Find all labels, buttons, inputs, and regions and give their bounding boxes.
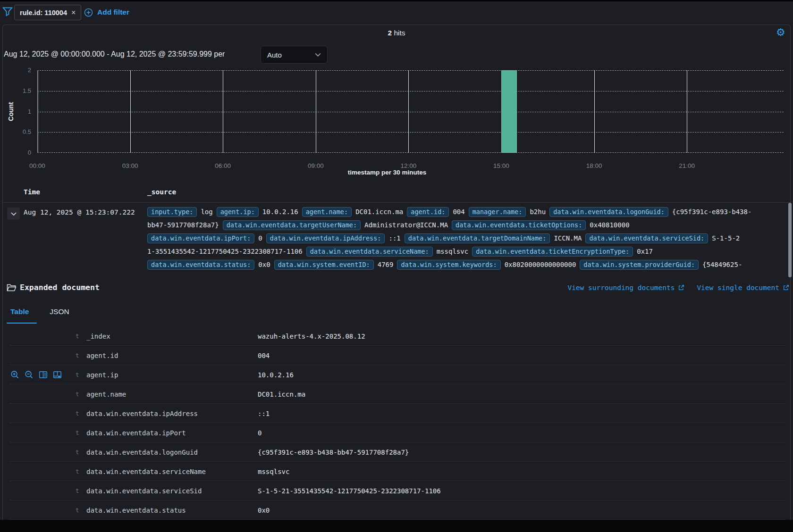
toggle-column-icon[interactable] [39,370,48,379]
source-line: data.win.eventdata.status:0x0data.win.sy… [147,258,751,271]
field-value: S-1-5-21-3551435542-1217750425-232230871… [258,481,441,500]
field-name-badge: data.win.eventdata.targetUserName: [223,220,361,230]
field-name: data.win.eventdata.status [86,500,186,520]
filter-out-value-icon[interactable] [25,370,34,379]
circle-plus-icon [84,8,93,17]
field-row: tdata.win.eventdata.serviceNamemssqlsvc [0,462,793,481]
time-range-label: Aug 12, 2025 @ 00:00:00.000 - Aug 12, 20… [4,50,225,58]
field-type-icon: t [76,442,79,462]
y-gridline [37,152,784,153]
field-value: 004 [258,346,270,365]
y-tick-label: 1 [0,108,31,115]
bottom-strip [0,520,793,532]
expanded-doc-tabs: Table JSON [10,308,69,316]
filter-for-field-present-icon[interactable] [53,370,62,379]
view-surrounding-documents-label: View surrounding documents [567,284,675,291]
field-value: 10.0.2.16 [258,365,294,384]
y-gridline [37,91,784,91]
field-value: 1-3551435542-1217750425-2322308717-1106 [147,248,303,255]
header-divider [3,202,790,203]
expand-row-button[interactable] [7,208,20,220]
field-value: ::1 [258,404,270,423]
field-name-badge: data.win.eventdata.ticketOptions: [452,220,586,230]
top-hairline [0,0,793,1]
view-single-document-link[interactable]: View single document [697,284,789,291]
field-value: mssqlsvc [258,462,289,481]
filter-pill[interactable]: rule.id: 110004 × [14,5,81,20]
field-row: tdata.win.eventdata.ipPort0 [0,423,793,442]
x-axis-title: timestamp per 30 minutes [0,169,774,176]
field-type-icon: t [76,500,79,520]
filter-funnel-icon[interactable] [2,7,13,17]
field-value: log [201,208,212,216]
field-value: S-1-5-2 [712,234,740,242]
field-name-badge: data.win.system.providerGuid: [580,260,699,270]
document-links: View surrounding documents View single d… [567,284,789,291]
source-lines: input.type:logagent.ip:10.0.2.16agent.na… [147,205,751,271]
field-value: ::1 [388,234,400,242]
field-table: t_indexwazuh-alerts-4.x-2025.08.12tagent… [0,326,793,520]
field-type-icon: t [76,326,79,346]
gear-icon[interactable]: ⚙ [776,26,785,38]
doc-timestamp: Aug 12, 2025 @ 15:23:07.222 [24,208,135,216]
y-tick-label: 1.5 [0,87,31,94]
y-tick-label: 0.5 [0,128,31,135]
source-line: bb47-5917708f28a7}data.win.eventdata.tar… [147,218,751,232]
y-gridline [37,112,784,112]
field-value: {54849625- [702,261,742,268]
external-link-icon [678,284,684,291]
field-name-badge: agent.id: [407,207,449,217]
field-row: tdata.win.eventdata.ipAddress::1 [0,404,793,423]
hits-number: 2 [388,29,392,37]
field-value: mssqlsvc [437,248,468,255]
field-name: data.win.eventdata.ipAddress [86,404,198,423]
field-value: 0x0 [258,500,270,520]
x-gridline [408,70,409,153]
x-tick-label: 15:00 [482,162,520,169]
field-row: tdata.win.eventdata.logonGuid{c95f391c-e… [0,442,793,462]
filter-pill-label: rule.id: 110004 [20,9,67,17]
view-surrounding-documents-link[interactable]: View surrounding documents [567,284,684,291]
x-gridline [316,70,316,153]
remove-filter-icon[interactable]: × [71,8,76,17]
active-tab-underline [7,323,37,324]
interval-select[interactable]: Auto [261,46,328,64]
field-value: 0 [258,423,262,442]
field-value: 0 [258,234,262,242]
field-row: tagent.nameDC01.iccn.ma [0,384,793,404]
field-value: 0x40810000 [590,221,629,229]
tab-table[interactable]: Table [10,308,29,316]
field-name-badge: data.win.eventdata.ipAddress: [266,233,385,243]
y-axis-line [37,70,38,153]
x-tick-label: 06:00 [204,162,242,169]
field-type-icon: t [76,423,79,442]
source-line: data.win.eventdata.ipPort:0data.win.even… [147,232,751,245]
x-gridline [130,70,131,153]
add-filter-button[interactable]: Add filter [84,6,129,18]
field-value: DC01.iccn.ma [355,208,403,216]
field-name-badge: data.win.eventdata.serviceSid: [585,233,708,243]
y-tick-label: 2 [0,66,31,74]
field-value: 0x0 [258,261,270,268]
field-name-badge: data.win.eventdata.ticketEncryptionType: [472,247,633,257]
hits-label: hits [392,29,405,37]
field-row: tdata.win.eventdata.serviceSidS-1-5-21-3… [0,481,793,500]
view-single-document-label: View single document [697,284,779,291]
tab-json[interactable]: JSON [50,308,69,316]
field-name-badge: data.win.eventdata.targetDomainName: [405,233,550,243]
discover-page: { "filter_bar": { "filter_pill": { "labe… [0,0,793,532]
histogram-bar[interactable] [501,70,517,153]
field-name-badge: input.type: [147,207,197,217]
field-name: _index [86,326,110,346]
field-name-badge: data.win.system.eventID: [274,260,374,270]
field-type-icon: t [76,384,79,404]
filter-for-value-icon[interactable] [10,370,19,379]
x-gridline [687,70,687,153]
field-value: 004 [453,208,464,216]
field-type-icon: t [76,365,79,384]
scrollbar-thumb[interactable] [788,203,792,277]
field-value: 0x17 [637,248,653,255]
field-value: bb47-5917708f28a7} [147,221,219,229]
y-gridline [37,70,784,71]
chart-plot [37,70,784,153]
